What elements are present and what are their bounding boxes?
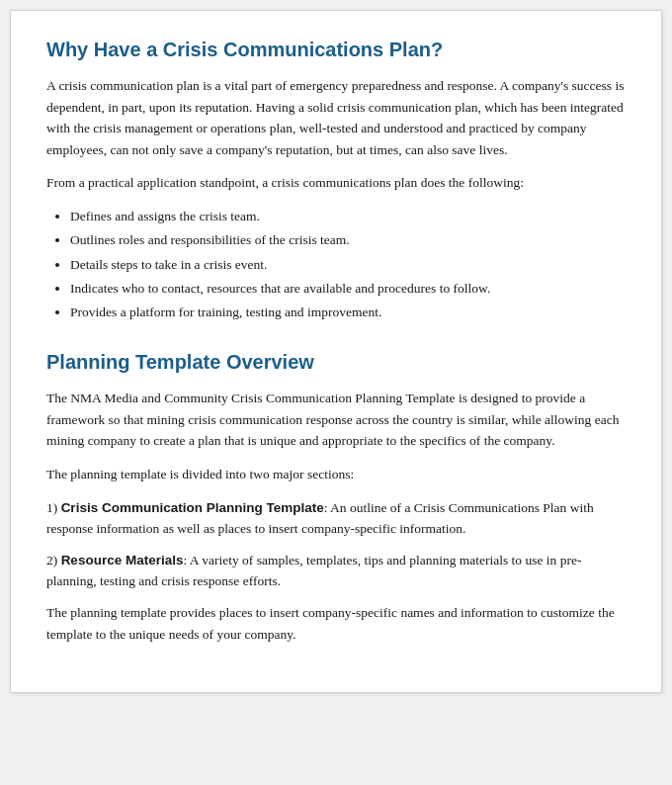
- bullet-item-4: Indicates who to contact, resources that…: [70, 278, 626, 300]
- bullet-item-3: Details steps to take in a crisis event.: [70, 254, 626, 276]
- section2-item1-number: 1): [46, 500, 57, 515]
- section2-item2-number: 2): [46, 553, 57, 567]
- bullet-item-1: Defines and assigns the crisis team.: [70, 206, 626, 227]
- section2-title: Planning Template Overview: [46, 351, 626, 374]
- section2-paragraph2: The planning template is divided into tw…: [46, 464, 626, 485]
- bullet-item-5: Provides a platform for training, testin…: [70, 302, 626, 323]
- section2-item2: 2) Resource Materials: A variety of samp…: [46, 550, 626, 592]
- section2-item1-label: Crisis Communication Planning Template: [61, 500, 324, 515]
- bullet-item-2: Outlines roles and responsibilities of t…: [70, 229, 626, 251]
- section1-paragraph1: A crisis communication plan is a vital p…: [46, 75, 626, 160]
- section1-title: Why Have a Crisis Communications Plan?: [46, 39, 626, 61]
- section2-item2-label: Resource Materials: [61, 553, 184, 567]
- section2-paragraph1: The NMA Media and Community Crisis Commu…: [46, 388, 626, 452]
- section2-item1: 1) Crisis Communication Planning Templat…: [46, 497, 626, 540]
- section1-paragraph2: From a practical application standpoint,…: [46, 172, 626, 194]
- page-container: Why Have a Crisis Communications Plan? A…: [10, 10, 662, 693]
- section2-paragraph3: The planning template provides places to…: [46, 602, 626, 645]
- section1-bullet-list: Defines and assigns the crisis team. Out…: [70, 206, 626, 323]
